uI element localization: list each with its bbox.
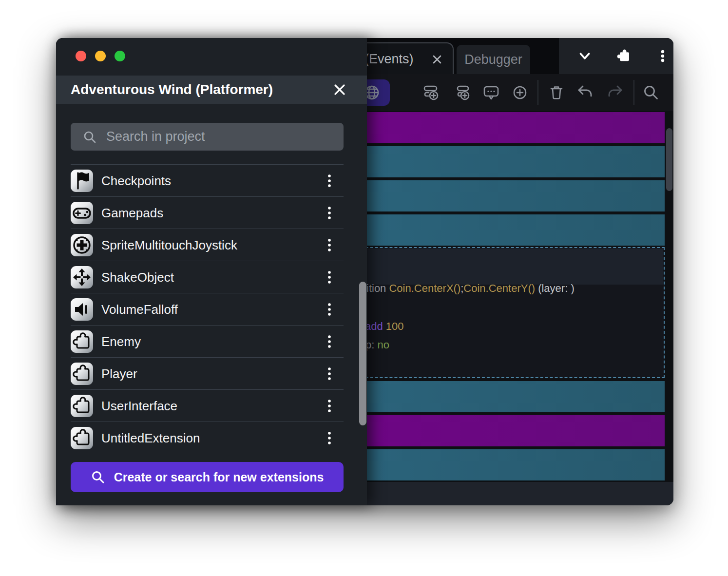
traffic-light-maximize[interactable] xyxy=(115,51,125,61)
add-event-icon[interactable] xyxy=(422,83,442,102)
puzzle-icon xyxy=(71,395,93,417)
gdevelop-window: (Events) Debugger xyxy=(56,38,673,505)
window-controls-section xyxy=(559,38,673,74)
extensions-puzzle-icon[interactable] xyxy=(614,46,633,66)
project-search-field[interactable] xyxy=(71,123,344,151)
traffic-light-close[interactable] xyxy=(76,51,86,61)
list-item-player[interactable]: Player xyxy=(71,357,344,389)
puzzle-icon xyxy=(71,363,93,385)
item-kebab-menu-icon[interactable] xyxy=(323,268,336,287)
panel-scrollbar[interactable] xyxy=(359,282,366,425)
kebab-menu-icon[interactable] xyxy=(653,46,672,66)
extension-list: Checkpoints Gamepads xyxy=(71,164,344,454)
panel-header: Adventurous Wind (Platformer) xyxy=(56,76,367,104)
list-item-joystick[interactable]: SpriteMultitouchJoystick xyxy=(71,229,344,261)
toolbar-divider xyxy=(633,80,634,105)
search-icon xyxy=(91,470,105,484)
list-item-userinterface[interactable]: UserInterface xyxy=(71,389,344,422)
puzzle-icon xyxy=(71,330,93,353)
search-events-icon[interactable] xyxy=(641,83,661,102)
list-item-gamepads[interactable]: Gamepads xyxy=(71,196,344,229)
list-item-checkpoints[interactable]: Checkpoints xyxy=(71,164,344,196)
search-icon xyxy=(82,130,97,144)
speaker-icon xyxy=(71,298,93,321)
event-action-text: add 100 xyxy=(365,320,404,333)
list-item-shakeobject[interactable]: ShakeObject xyxy=(71,261,344,293)
list-item-untitledextension[interactable]: UntitledExtension xyxy=(71,422,344,454)
toolbar-divider xyxy=(537,80,538,105)
item-kebab-menu-icon[interactable] xyxy=(323,171,336,191)
events-scrollbar[interactable] xyxy=(666,128,672,191)
event-action-text: p: no xyxy=(365,339,389,351)
list-item-enemy[interactable]: Enemy xyxy=(71,325,344,357)
item-kebab-menu-icon[interactable] xyxy=(323,332,336,351)
item-kebab-menu-icon[interactable] xyxy=(323,235,336,255)
joystick-icon xyxy=(71,234,93,256)
item-kebab-menu-icon[interactable] xyxy=(323,300,336,319)
item-kebab-menu-icon[interactable] xyxy=(323,203,336,223)
create-extension-button[interactable]: Create or search for new extensions xyxy=(71,462,344,492)
tab-debugger[interactable]: Debugger xyxy=(457,45,530,74)
puzzle-icon xyxy=(71,427,93,449)
item-kebab-menu-icon[interactable] xyxy=(323,396,336,416)
traffic-light-minimize[interactable] xyxy=(95,51,106,61)
search-input[interactable] xyxy=(105,129,344,145)
panel-title: Adventurous Wind (Platformer) xyxy=(71,76,273,104)
undo-icon[interactable] xyxy=(576,83,595,102)
project-manager-panel: Adventurous Wind (Platformer) xyxy=(56,38,367,505)
item-kebab-menu-icon[interactable] xyxy=(323,428,336,448)
add-comment-icon[interactable] xyxy=(481,83,501,102)
gamepad-icon xyxy=(71,202,93,224)
close-panel-icon[interactable] xyxy=(332,82,347,97)
tab-debugger-label: Debugger xyxy=(464,52,522,67)
tab-close-icon[interactable] xyxy=(431,53,443,66)
add-subevent-icon[interactable] xyxy=(453,83,473,102)
event-action-text: ition Coin.CenterX();Coin.CenterY() (lay… xyxy=(366,282,575,295)
chevron-down-icon[interactable] xyxy=(575,46,594,66)
flag-icon xyxy=(71,170,93,192)
add-circle-icon[interactable] xyxy=(510,83,530,102)
delete-icon[interactable] xyxy=(547,83,566,102)
desktop: (Events) Debugger xyxy=(0,0,728,576)
redo-icon[interactable] xyxy=(605,83,624,102)
list-item-volumefalloff[interactable]: VolumeFalloff xyxy=(71,293,344,325)
item-kebab-menu-icon[interactable] xyxy=(323,364,336,384)
tab-events-label: (Events) xyxy=(364,52,414,67)
move-arrows-icon xyxy=(71,266,93,288)
